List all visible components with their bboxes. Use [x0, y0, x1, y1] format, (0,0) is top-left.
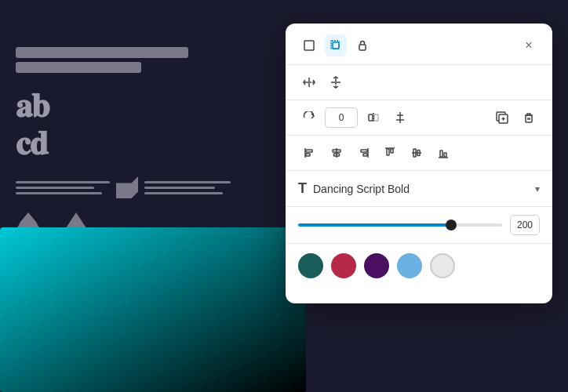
add-layer-button[interactable] [491, 107, 513, 129]
size-row: 200 [286, 207, 552, 244]
size-slider-track[interactable] [298, 223, 502, 227]
line-r2 [144, 187, 215, 189]
text-bar-1 [16, 47, 188, 58]
svg-rect-37 [440, 151, 442, 157]
lines-tag-element [16, 176, 251, 198]
svg-rect-31 [387, 149, 389, 155]
align-top-button[interactable] [378, 142, 402, 164]
panel-toolbar: × [286, 24, 552, 65]
bold-script-text: 𝐚𝐛𝐜𝐝 [16, 87, 251, 162]
color-gradient-box [0, 227, 306, 392]
svg-rect-9 [374, 114, 378, 121]
white-swatch[interactable] [430, 253, 455, 278]
line-3 [16, 192, 102, 194]
align-row [286, 136, 552, 171]
controls-row: 0 [286, 100, 552, 136]
align-right-button[interactable] [351, 142, 375, 164]
align-center-h-svg [330, 147, 343, 159]
flip-v-svg [330, 76, 342, 89]
svg-rect-38 [444, 153, 446, 157]
transform-row [286, 65, 552, 100]
svg-rect-23 [306, 154, 310, 156]
font-type-icon: T [298, 180, 307, 197]
frame-svg [303, 39, 315, 52]
tag-icon [116, 176, 138, 198]
bold-script-element: 𝐚𝐛𝐜𝐝 [16, 87, 251, 162]
canvas-elements: 𝐚𝐛𝐜𝐝 [16, 47, 251, 256]
font-select[interactable]: Dancing Script Bold Arial Helvetica Time… [313, 183, 529, 195]
line-1 [16, 181, 110, 183]
align-left-svg [304, 147, 316, 159]
frame-icon[interactable] [298, 34, 320, 56]
align-center-ctrl-svg [394, 111, 406, 124]
crop-svg [330, 39, 342, 52]
svg-rect-8 [369, 114, 373, 121]
align-middle-v-button[interactable] [405, 142, 428, 164]
size-slider-thumb[interactable] [446, 220, 457, 230]
align-bottom-svg [437, 147, 450, 159]
align-left-button[interactable] [298, 142, 322, 164]
size-value-display: 200 [510, 215, 540, 235]
sky-swatch[interactable] [397, 253, 422, 278]
svg-rect-3 [359, 45, 366, 50]
line-r1 [144, 181, 231, 183]
lock-icon[interactable] [351, 34, 373, 56]
right-lines [144, 181, 231, 194]
flip-vertical-button[interactable] [325, 71, 347, 93]
rotate-input[interactable]: 0 [325, 107, 358, 128]
close-button[interactable]: × [518, 34, 540, 56]
text-bar-2 [16, 62, 141, 73]
add-layer-svg [496, 111, 508, 124]
align-middle-v-svg [410, 147, 423, 159]
align-bottom-button[interactable] [431, 142, 455, 164]
svg-rect-28 [361, 150, 367, 152]
svg-rect-0 [304, 41, 314, 50]
align-center-h-button[interactable] [325, 142, 348, 164]
align-center-ctrl-button[interactable] [389, 107, 411, 129]
font-chevron-icon: ▾ [535, 183, 540, 194]
delete-button[interactable] [518, 107, 540, 129]
flip-h-ctrl-button[interactable] [362, 107, 384, 129]
teal-swatch[interactable] [298, 253, 323, 278]
flip-h-ctrl-svg [367, 111, 380, 124]
flip-horizontal-button[interactable] [298, 71, 320, 93]
crimson-swatch[interactable] [331, 253, 356, 278]
purple-swatch[interactable] [364, 253, 389, 278]
svg-rect-22 [306, 150, 312, 152]
flip-h-svg [303, 76, 315, 89]
left-lines [16, 181, 110, 194]
svg-rect-18 [526, 115, 532, 122]
lock-svg [356, 39, 369, 52]
line-2 [16, 187, 94, 189]
swatches-row [286, 244, 552, 288]
crop-icon[interactable] [325, 34, 347, 56]
rotate-button[interactable] [298, 107, 320, 129]
text-bars-element [16, 47, 251, 73]
size-slider-fill [298, 223, 451, 227]
font-row: T Dancing Script Bold Arial Helvetica Ti… [286, 171, 552, 207]
align-right-svg [357, 147, 370, 159]
rotate-svg [303, 111, 315, 124]
design-panel: × 0 [286, 24, 552, 303]
delete-svg [522, 111, 535, 124]
svg-rect-29 [363, 154, 367, 156]
align-top-svg [384, 147, 396, 159]
svg-rect-2 [333, 42, 339, 49]
line-r3 [144, 192, 223, 194]
svg-rect-32 [391, 149, 393, 153]
